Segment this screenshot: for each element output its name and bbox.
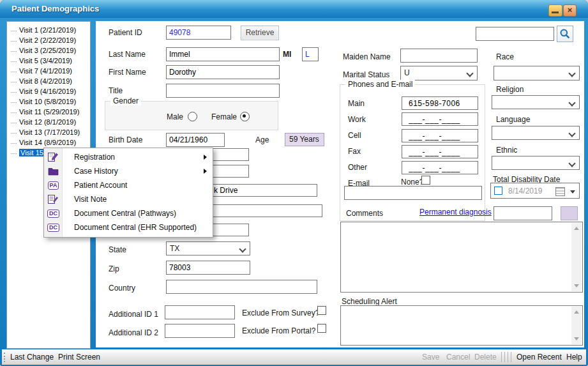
scheduling-alert-textarea[interactable] bbox=[340, 305, 583, 346]
first-name-label: First Name bbox=[109, 68, 146, 77]
comments-scrollbar[interactable] bbox=[571, 223, 582, 291]
scroll-down-icon[interactable] bbox=[574, 337, 579, 340]
permanent-diagnosis-input[interactable] bbox=[494, 206, 552, 220]
exclude-portal-label: Exclude From Portal? bbox=[242, 326, 315, 335]
search-input[interactable] bbox=[476, 27, 554, 41]
statusbar-separator bbox=[511, 352, 511, 362]
last-change-button[interactable]: Last Change bbox=[10, 353, 54, 362]
ethnic-combo[interactable] bbox=[492, 156, 580, 170]
phone-fax-input[interactable] bbox=[402, 145, 478, 158]
tree-item-visit-9[interactable]: Visit 9 (4/16/2019) bbox=[7, 86, 90, 96]
tree-item-visit-1[interactable]: Visit 1 (2/21/2019) bbox=[7, 25, 90, 35]
tree-connector bbox=[11, 123, 17, 123]
open-recent-button[interactable]: Open Recent bbox=[516, 353, 562, 362]
menu-item-visit-note[interactable]: Visit Note bbox=[44, 192, 213, 206]
mi-input[interactable] bbox=[302, 47, 319, 61]
total-disability-date-value: 8/14/2019 bbox=[508, 187, 542, 195]
email-input[interactable] bbox=[344, 186, 482, 200]
total-disability-date-checkbox[interactable] bbox=[494, 187, 502, 195]
delete-button[interactable]: Delete bbox=[474, 353, 497, 362]
email-none-label: None? bbox=[401, 178, 423, 187]
tree-connector bbox=[11, 41, 17, 42]
ethnic-label: Ethnic bbox=[496, 146, 517, 155]
scheduling-alert-scrollbar[interactable] bbox=[571, 307, 582, 344]
chevron-down-icon bbox=[568, 99, 575, 106]
phone-cell-input[interactable] bbox=[402, 129, 478, 142]
menu-item-case-history[interactable]: Case History bbox=[44, 164, 213, 178]
help-button[interactable]: Help bbox=[566, 353, 582, 362]
search-button[interactable] bbox=[557, 26, 573, 42]
menu-item-document-central-ehr[interactable]: DC Document Central (EHR Supported) bbox=[44, 220, 213, 234]
scroll-up-icon[interactable] bbox=[574, 310, 579, 314]
tree-connector bbox=[11, 102, 17, 103]
minimize-button[interactable] bbox=[548, 4, 562, 17]
title-input[interactable] bbox=[166, 84, 280, 98]
tree-connector bbox=[11, 143, 17, 144]
patient-account-icon: PA bbox=[47, 180, 59, 190]
exclude-portal-checkbox[interactable] bbox=[317, 324, 326, 333]
statusbar-separator bbox=[508, 352, 508, 362]
mi-label: MI bbox=[283, 50, 291, 59]
tree-item-visit-12[interactable]: Visit 12 (8/1/2019) bbox=[7, 117, 90, 127]
tree-item-visit-7[interactable]: Visit 7 (4/1/2019) bbox=[7, 66, 90, 76]
retrieve-button[interactable]: Retrieve bbox=[241, 26, 279, 40]
female-radio[interactable] bbox=[240, 112, 250, 121]
save-button[interactable]: Save bbox=[422, 353, 439, 362]
registration-icon bbox=[47, 152, 59, 162]
marital-status-combo[interactable]: U bbox=[400, 66, 478, 80]
scroll-up-icon[interactable] bbox=[574, 227, 579, 230]
chevron-down-icon bbox=[239, 245, 246, 252]
total-disability-date-picker[interactable]: 8/14/2019 bbox=[490, 183, 580, 199]
tree-item-visit-8[interactable]: Visit 8 (4/2/2019) bbox=[7, 76, 90, 86]
language-combo[interactable] bbox=[492, 126, 580, 140]
permanent-diagnosis-button[interactable] bbox=[561, 206, 578, 220]
patient-id-label: Patient ID bbox=[109, 28, 142, 37]
toolbar-grip[interactable] bbox=[4, 353, 7, 362]
submenu-arrow-icon bbox=[204, 155, 207, 160]
first-name-input[interactable] bbox=[166, 65, 280, 79]
additional-id1-label: Additional ID 1 bbox=[109, 310, 158, 319]
menu-item-patient-account[interactable]: PA Patient Account bbox=[44, 178, 213, 192]
comments-textarea[interactable] bbox=[340, 222, 583, 293]
tree-item-visit-14[interactable]: Visit 14 (8/9/2019) bbox=[7, 137, 90, 148]
tree-item-visit-5[interactable]: Visit 5 (3/4/2019) bbox=[7, 56, 90, 66]
phone-main-input[interactable] bbox=[402, 96, 478, 110]
email-none-checkbox[interactable] bbox=[421, 176, 430, 185]
phone-other-input[interactable] bbox=[402, 161, 478, 174]
phone-work-input[interactable] bbox=[402, 112, 478, 126]
state-combo[interactable]: TX bbox=[166, 241, 250, 255]
calendar-dropdown-icon[interactable] bbox=[570, 190, 575, 194]
male-radio[interactable] bbox=[188, 112, 197, 121]
maiden-name-input[interactable] bbox=[400, 49, 478, 63]
cancel-button[interactable]: Cancel bbox=[446, 353, 470, 362]
menu-item-document-central-pathways[interactable]: DC Document Central (Pathways) bbox=[44, 206, 213, 220]
zip-input[interactable] bbox=[166, 261, 250, 275]
tree-connector bbox=[11, 112, 17, 113]
exclude-survey-checkbox[interactable] bbox=[317, 306, 326, 315]
country-input[interactable] bbox=[166, 280, 317, 294]
patient-id-input[interactable] bbox=[166, 26, 231, 40]
title-bar[interactable]: Patient Demographics × bbox=[0, 0, 588, 18]
gender-label: Gender bbox=[110, 96, 141, 105]
submenu-arrow-icon bbox=[204, 169, 207, 174]
tree-item-visit-13[interactable]: Visit 13 (7/17/2019) bbox=[7, 127, 90, 137]
print-screen-button[interactable]: Print Screen bbox=[58, 353, 100, 362]
religion-combo[interactable] bbox=[492, 95, 580, 109]
last-name-input[interactable] bbox=[166, 47, 280, 61]
birth-date-input[interactable] bbox=[166, 133, 225, 147]
additional-id1-input[interactable] bbox=[165, 305, 235, 319]
tree-item-visit-2[interactable]: Visit 2 (2/22/2019) bbox=[7, 35, 90, 45]
permanent-diagnosis-link[interactable]: Permanent diagnosis bbox=[419, 208, 492, 217]
tree-connector bbox=[11, 92, 17, 93]
tree-item-visit-10[interactable]: Visit 10 (5/8/2019) bbox=[7, 96, 90, 107]
race-combo[interactable] bbox=[494, 66, 580, 80]
additional-id2-input[interactable] bbox=[165, 324, 235, 338]
menu-item-registration[interactable]: Registration bbox=[44, 150, 213, 164]
close-button[interactable]: × bbox=[563, 4, 577, 17]
female-label: Female bbox=[211, 112, 237, 121]
scroll-down-icon[interactable] bbox=[574, 284, 579, 287]
search-icon bbox=[557, 34, 573, 43]
chevron-down-icon bbox=[568, 70, 575, 77]
tree-item-visit-3[interactable]: Visit 3 (2/25/2019) bbox=[7, 45, 90, 56]
tree-item-visit-11[interactable]: Visit 11 (5/29/2019) bbox=[7, 107, 90, 117]
